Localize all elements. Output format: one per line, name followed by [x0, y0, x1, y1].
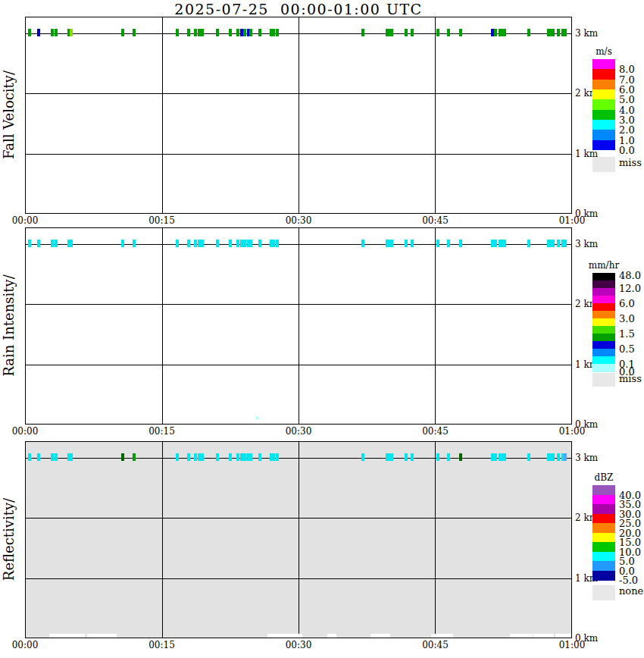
data-mark [28, 29, 31, 36]
data-mark [194, 453, 197, 461]
data-mark [249, 240, 252, 247]
colorbar-segment [592, 288, 615, 296]
data-mark [70, 453, 73, 461]
data-mark [272, 240, 275, 247]
data-mark [229, 240, 232, 247]
data-mark [405, 29, 408, 36]
data-mark [121, 453, 124, 461]
colorbar-value-label: 12.0 [619, 284, 641, 293]
data-mark [198, 240, 201, 247]
colorbar-missing-label: miss [619, 374, 642, 384]
colorbar-segment [592, 80, 615, 90]
data-mark [55, 453, 58, 461]
data-mark [249, 29, 252, 36]
colorbar-title-rain-intensity: mm/hr [583, 261, 624, 270]
data-mark [436, 240, 439, 247]
height-gridline [26, 518, 571, 519]
colorbar-segment [592, 110, 615, 121]
colorbar-segment [592, 318, 615, 327]
colorbar-fall-velocity [592, 59, 615, 150]
colorbar-segment [592, 273, 615, 281]
no-data-patch [327, 634, 336, 638]
colorbar-value-label: 4.0 [619, 105, 635, 115]
panel-label-rain-intensity: Rain Intensity/ [1, 227, 17, 425]
data-mark [37, 240, 40, 247]
data-mark [411, 240, 414, 247]
panel-reflectivity [25, 441, 572, 638]
data-mark [201, 29, 204, 36]
data-mark [361, 453, 364, 461]
colorbar-segment [592, 356, 615, 365]
data-mark [37, 453, 40, 461]
colorbar-value-label: 48.0 [619, 271, 641, 280]
data-mark [499, 240, 506, 247]
data-mark [564, 240, 567, 247]
panel-label-reflectivity: Reflectivity/ [1, 441, 17, 638]
timeheight-chart: 2025-07-25 00:00-01:00 UTC Fall Velocity… [0, 0, 644, 658]
data-mark [243, 240, 246, 247]
colorbar-segment [592, 571, 615, 581]
height-gridline [26, 154, 571, 155]
data-mark [236, 240, 239, 247]
colorbar-value-label: 5.0 [619, 95, 635, 105]
data-mark [386, 29, 393, 36]
no-data-patch [49, 634, 85, 638]
x-tick-label: 00:30 [280, 427, 317, 436]
data-mark [216, 29, 219, 36]
colorbar-segment [592, 99, 615, 110]
data-mark [198, 29, 201, 36]
data-mark [176, 453, 179, 461]
colorbar-missing-label: none [619, 586, 643, 596]
data-mark [70, 29, 73, 36]
no-data-patch [431, 634, 453, 638]
time-gridline [162, 17, 163, 213]
colorbar-segment [592, 533, 615, 543]
colorbar-value-label: 1.5 [619, 329, 635, 339]
data-mark [55, 240, 58, 247]
colorbar-segment [592, 364, 615, 372]
colorbar-segment [592, 89, 615, 100]
colorbar-value-label: 6.0 [619, 299, 635, 309]
no-data-patch [87, 634, 117, 638]
data-mark [527, 453, 530, 461]
data-mark [499, 29, 506, 36]
data-mark [51, 240, 54, 247]
data-mark [194, 29, 197, 36]
data-mark [564, 453, 567, 461]
data-mark [216, 240, 219, 247]
panel-rain-intensity [25, 227, 572, 425]
colorbar-segment [592, 334, 615, 342]
time-gridline [299, 17, 299, 213]
data-mark [201, 453, 204, 461]
data-dot [256, 417, 258, 419]
height-gridline [26, 365, 571, 365]
data-mark [121, 240, 124, 247]
colorbar-rain-intensity [592, 273, 615, 371]
colorbar-reflectivity [592, 485, 615, 580]
colorbar-value-label: 7.0 [619, 75, 635, 85]
colorbar-value-label: 3.0 [619, 115, 635, 125]
data-mark [527, 29, 530, 36]
y-tick-label: 3 km [575, 240, 598, 249]
colorbar-segment [592, 140, 615, 151]
colorbar-missing-swatch [592, 157, 615, 172]
data-mark [405, 453, 408, 461]
data-mark [272, 29, 275, 36]
colorbar-segment [592, 523, 615, 533]
colorbar-segment [592, 69, 615, 80]
x-tick-label: 00:45 [417, 216, 454, 225]
colorbar-missing-label: miss [619, 158, 642, 168]
no-data-patch [510, 634, 533, 638]
data-mark [494, 453, 497, 461]
data-mark [447, 453, 450, 461]
data-mark [37, 29, 40, 36]
time-gridline [435, 228, 436, 424]
time-gridline [162, 442, 163, 638]
data-mark [276, 240, 279, 247]
data-mark [547, 240, 555, 247]
x-tick-label: 00:45 [417, 427, 454, 436]
data-mark [494, 240, 497, 247]
data-mark [236, 453, 239, 461]
time-gridline [435, 442, 436, 638]
data-mark [201, 240, 204, 247]
